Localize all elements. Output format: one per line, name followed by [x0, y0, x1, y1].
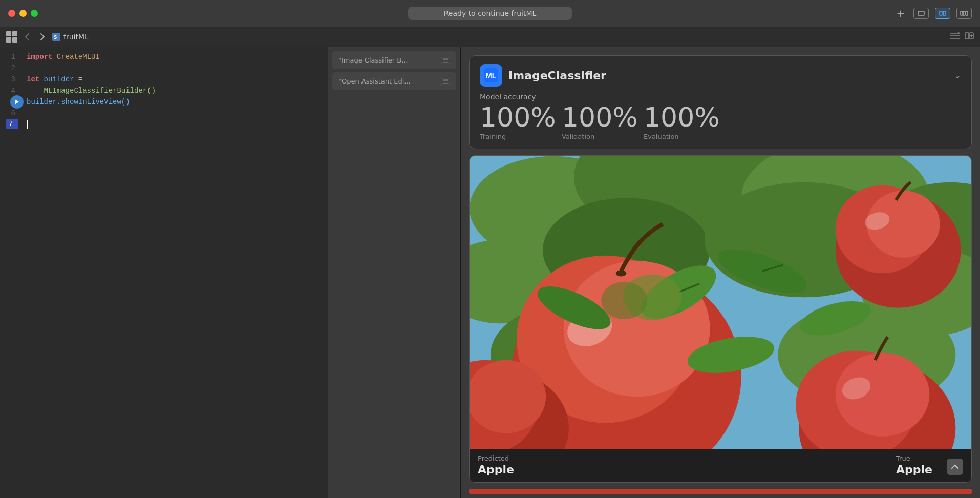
svg-rect-1: [940, 11, 942, 15]
svg-text:ML: ML: [486, 72, 497, 80]
svg-rect-2: [943, 11, 946, 15]
evaluation-label: Evaluation: [644, 133, 726, 140]
middle-panel: "Image Classifier B... "Open Assistant E…: [328, 47, 461, 498]
code-editor[interactable]: 1 2 3 4 5 6 7 import CreateMLUI let buil…: [0, 47, 328, 498]
file-tab[interactable]: S fruitML: [52, 33, 89, 41]
forward-button[interactable]: [37, 31, 48, 43]
svg-rect-5: [966, 11, 968, 15]
predicted-col: Predicted Apple: [478, 454, 514, 476]
scroll-up-button[interactable]: [947, 459, 963, 475]
svg-rect-18: [443, 79, 448, 84]
middle-item-icon: [441, 57, 450, 64]
svg-point-57: [601, 282, 647, 319]
maximize-button[interactable]: [31, 10, 38, 17]
title-bar-right: +: [894, 7, 972, 20]
tab-bar-right: [950, 32, 974, 42]
tab-bar: S fruitML: [0, 27, 980, 47]
predicted-label: Predicted: [478, 454, 514, 462]
middle-item-editor[interactable]: "Open Assistant Edi...: [332, 72, 456, 90]
svg-rect-0: [918, 11, 924, 15]
evaluation-accuracy: 100%: [644, 104, 726, 131]
svg-marker-15: [15, 99, 19, 105]
training-accuracy: 100%: [480, 104, 562, 131]
code-line: [27, 63, 328, 74]
ml-card: ML ImageClassifier ⌄ Model accuracy 100%…: [469, 55, 972, 149]
lines-icon[interactable]: [950, 32, 960, 42]
svg-rect-11: [965, 33, 969, 39]
ml-logo-area: ML ImageClassifier: [480, 64, 606, 87]
validation-accuracy: 100%: [562, 104, 644, 131]
middle-item-label: "Image Classifier B...: [338, 56, 408, 64]
code-line: import CreateMLUI: [27, 51, 328, 63]
middle-item-icon2: [441, 78, 450, 85]
layout-button-triple[interactable]: [956, 8, 972, 19]
minimize-button[interactable]: [19, 10, 27, 17]
chevron-down-icon[interactable]: ⌄: [954, 71, 961, 80]
apple-image-container: [470, 156, 971, 449]
ml-logo: ML: [480, 64, 502, 87]
split-pane-icon: [939, 11, 946, 16]
bottom-bar: [469, 489, 972, 494]
middle-item-classifier[interactable]: "Image Classifier B...: [332, 51, 456, 69]
file-name: fruitML: [63, 33, 89, 41]
title-center: Ready to continue fruitML: [408, 7, 572, 20]
training-label: Training: [480, 133, 562, 140]
layout-button-single[interactable]: [913, 8, 929, 19]
text-cursor: [27, 120, 28, 129]
title-bar: Ready to continue fruitML +: [0, 0, 980, 27]
code-area[interactable]: 1 2 3 4 5 6 7 import CreateMLUI let buil…: [0, 47, 328, 498]
window-title: Ready to continue fruitML: [408, 7, 572, 20]
single-pane-icon: [918, 11, 925, 16]
svg-rect-16: [443, 58, 448, 63]
right-panel: ML ImageClassifier ⌄ Model accuracy 100%…: [461, 47, 980, 498]
layout-button-split[interactable]: [935, 8, 950, 19]
close-button[interactable]: [8, 10, 15, 17]
svg-rect-4: [963, 11, 965, 15]
code-line-cursor[interactable]: [27, 119, 328, 130]
svg-point-44: [470, 360, 546, 433]
triple-pane-icon: [960, 11, 968, 16]
code-line: let builder =: [27, 74, 328, 85]
svg-point-37: [616, 270, 626, 276]
code-line: builder.showInLiveView(): [27, 96, 328, 108]
accuracy-row: 100% 100% 100%: [480, 104, 961, 131]
svg-rect-3: [961, 11, 963, 15]
new-tab-button[interactable]: +: [894, 7, 907, 20]
traffic-lights: [8, 10, 38, 17]
ml-card-header: ML ImageClassifier ⌄: [480, 64, 961, 87]
swift-file-icon: S: [52, 33, 60, 41]
result-footer: Predicted Apple True Apple: [470, 449, 971, 482]
run-button[interactable]: [10, 95, 24, 109]
code-line: [27, 108, 328, 119]
ml-card-title: ImageClassifier: [508, 69, 606, 82]
svg-text:S: S: [54, 35, 57, 40]
true-value: Apple: [896, 463, 932, 476]
apple-image: [470, 156, 971, 449]
add-panel-icon[interactable]: [965, 32, 974, 42]
true-label: True: [896, 454, 910, 462]
back-button[interactable]: [22, 31, 33, 43]
grid-view-icon[interactable]: [6, 31, 17, 43]
true-col: True Apple: [896, 454, 932, 476]
result-card: Predicted Apple True Apple: [469, 155, 972, 483]
accuracy-sublabels: Training Validation Evaluation: [480, 133, 961, 140]
accuracy-label: Model accuracy: [480, 93, 961, 101]
code-line: MLImageClassifierBuilder(): [27, 85, 328, 96]
code-lines: import CreateMLUI let builder = MLImageC…: [23, 51, 328, 494]
line-numbers: 1 2 3 4 5 6 7: [0, 51, 23, 494]
predicted-value: Apple: [478, 463, 514, 476]
validation-label: Validation: [562, 133, 644, 140]
main-content: 1 2 3 4 5 6 7 import CreateMLUI let buil…: [0, 47, 980, 498]
middle-item-label: "Open Assistant Edi...: [338, 77, 411, 85]
